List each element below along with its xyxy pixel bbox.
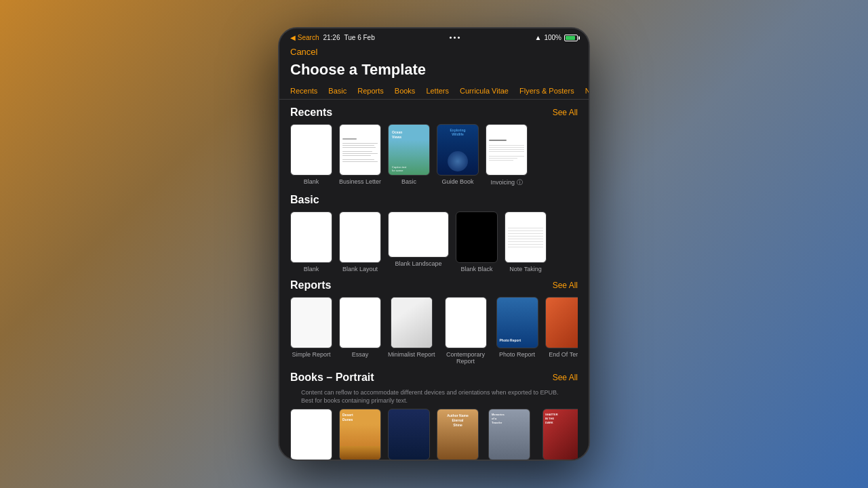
nav-letters[interactable]: Letters	[420, 84, 454, 99]
nav-newsletters[interactable]: Newsletters	[580, 84, 589, 99]
template-label: End Of Term	[549, 351, 578, 358]
reports-title: Reports	[290, 279, 331, 291]
template-thumb-essay	[339, 297, 381, 348]
template-desert-dunes[interactable]: DesertDunes Desert Dunes	[339, 409, 381, 460]
template-thumb-blank-layout	[339, 211, 381, 263]
page-title: Choose a Template	[279, 58, 589, 84]
template-label: Blank Black	[460, 266, 492, 272]
status-bar-right: ▲ 100%	[535, 34, 578, 41]
books-see-all[interactable]: See All	[553, 373, 578, 382]
reports-see-all[interactable]: See All	[553, 281, 578, 290]
template-label: Blank Layout	[342, 266, 378, 272]
content-area: Cancel Choose a Template Recents Basic R…	[279, 44, 589, 460]
status-bar: ◀ Search 21:26 Tue 6 Feb ▲ 100%	[279, 28, 589, 44]
recents-header: Recents See All	[290, 106, 578, 119]
template-minimalist[interactable]: Minimalist Report	[388, 297, 435, 365]
template-invoice[interactable]: Invoicing ⓘ	[486, 124, 528, 187]
reports-header: Reports See All	[290, 279, 578, 291]
template-label: Note Taking	[509, 266, 541, 272]
reports-section: Reports See All	[279, 272, 589, 365]
template-blank-black[interactable]: Blank Black	[456, 211, 498, 272]
template-contemporary[interactable]: Contemporary Report	[442, 297, 490, 365]
template-label: Blank	[304, 178, 319, 185]
cancel-button[interactable]: Cancel	[279, 44, 589, 58]
template-guide-book[interactable]: ExploringWildlife Guide Book	[437, 124, 479, 187]
battery-indicator	[564, 35, 578, 41]
category-nav: Recents Basic Reports Books Letters Curr…	[279, 84, 589, 100]
template-blank-basic[interactable]: Blank	[290, 211, 332, 272]
template-label: Business Letter	[339, 178, 381, 185]
books-section: Books – Portrait See All Content can ref…	[279, 365, 589, 460]
books-title: Books – Portrait	[290, 371, 374, 384]
template-thumb-blank-black	[456, 211, 498, 263]
template-thumb-photo: Photo Report	[496, 297, 538, 348]
nav-basic[interactable]: Basic	[323, 84, 352, 99]
template-label: Invoicing ⓘ	[491, 178, 523, 187]
battery-percent: 100%	[544, 34, 561, 41]
template-business-letter[interactable]: Business Letter	[339, 124, 381, 187]
template-thumb-desert: DesertDunes	[339, 409, 381, 460]
template-thumb-blank	[290, 124, 332, 176]
template-thumb-dark-blue	[388, 409, 430, 460]
template-memories-traveler[interactable]: Memoriesof aTraveler Memories of a Trave…	[486, 409, 533, 460]
back-button[interactable]: ◀ Search	[290, 34, 319, 41]
template-essay[interactable]: Essay	[339, 297, 381, 365]
template-thumb-note	[505, 211, 547, 263]
template-blank-book[interactable]: Blank	[290, 409, 332, 460]
nav-recents[interactable]: Recents	[290, 84, 323, 99]
template-thumb-contemporary	[445, 297, 487, 348]
basic-templates-row: Blank Blank Layout Blank Landscape Blank…	[290, 211, 578, 272]
recents-templates-row: Blank	[290, 124, 578, 187]
wifi-icon: ▲	[535, 34, 542, 41]
template-thumb-eternal: Author NameEternalShine	[437, 409, 479, 460]
template-label: Basic	[401, 178, 416, 185]
template-blank-layout[interactable]: Blank Layout	[339, 211, 381, 272]
template-thumb-memories: Memoriesof aTraveler	[488, 409, 530, 460]
template-thumb-end-term	[545, 297, 578, 348]
nav-books[interactable]: Books	[389, 84, 421, 99]
nav-cv[interactable]: Curricula Vitae	[454, 84, 514, 99]
basic-section: Basic Blank Blank Layout Blank Landscape	[279, 187, 589, 272]
template-eternal-shine[interactable]: Author NameEternalShine Eternal Shine	[437, 409, 479, 460]
template-label: Blank	[304, 266, 319, 272]
template-end-term[interactable]: End Of Term	[545, 297, 578, 365]
template-blank-recent[interactable]: Blank	[290, 124, 332, 187]
status-time: 21:26	[323, 34, 340, 41]
template-thumb-invoice	[486, 124, 528, 176]
template-scroll-area: Recents See All Blank	[279, 100, 589, 460]
books-templates-row: Blank DesertDunes Desert Dunes Dark Blue	[290, 409, 578, 460]
template-label: Blank Landscape	[395, 260, 441, 267]
template-label: Minimalist Report	[388, 351, 435, 358]
template-photo-report[interactable]: Photo Report Photo Report	[496, 297, 538, 365]
template-label: Contemporary Report	[442, 351, 490, 365]
template-thumb-guide: ExploringWildlife	[437, 124, 479, 176]
nav-reports[interactable]: Reports	[352, 84, 389, 99]
ipad-frame: ◀ Search 21:26 Tue 6 Feb ▲ 100% Cancel C…	[278, 27, 590, 461]
template-thumb-business	[339, 124, 381, 176]
template-note-taking[interactable]: Note Taking	[505, 211, 547, 272]
books-header: Books – Portrait See All	[290, 371, 578, 384]
template-blank-landscape[interactable]: Blank Landscape	[388, 211, 449, 272]
template-basic-ocean[interactable]: OceanViews Caption textfor scene Basic	[388, 124, 430, 187]
template-label: Guide Book	[442, 178, 474, 185]
template-thumb-basic-ocean: OceanViews Caption textfor scene	[388, 124, 430, 176]
template-simple-report[interactable]: Simple Report	[290, 297, 332, 365]
recents-see-all[interactable]: See All	[553, 108, 578, 117]
template-shatter-dark[interactable]: SHATTERIN THEDARK Shatter in the Dark	[540, 409, 578, 460]
status-bar-left: ◀ Search 21:26 Tue 6 Feb	[290, 34, 375, 41]
template-thumb-blank-landscape	[388, 211, 449, 258]
recents-section: Recents See All Blank	[279, 100, 589, 187]
basic-header: Basic	[290, 194, 578, 206]
basic-title: Basic	[290, 194, 319, 206]
recents-title: Recents	[290, 106, 332, 119]
template-thumb-minimalist	[391, 297, 433, 348]
template-thumb-blank2	[290, 211, 332, 263]
template-thumb-blank-book	[290, 409, 332, 460]
books-subtitle: Content can reflow to accommodate differ…	[290, 389, 578, 409]
template-thumb-shatter: SHATTERIN THEDARK	[542, 409, 578, 460]
reports-templates-row: Simple Report	[290, 297, 578, 365]
template-label: Simple Report	[292, 351, 330, 358]
template-dark-blue-book[interactable]: Dark Blue	[388, 409, 430, 460]
nav-flyers[interactable]: Flyers & Posters	[514, 84, 580, 99]
template-thumb-simple	[290, 297, 332, 348]
